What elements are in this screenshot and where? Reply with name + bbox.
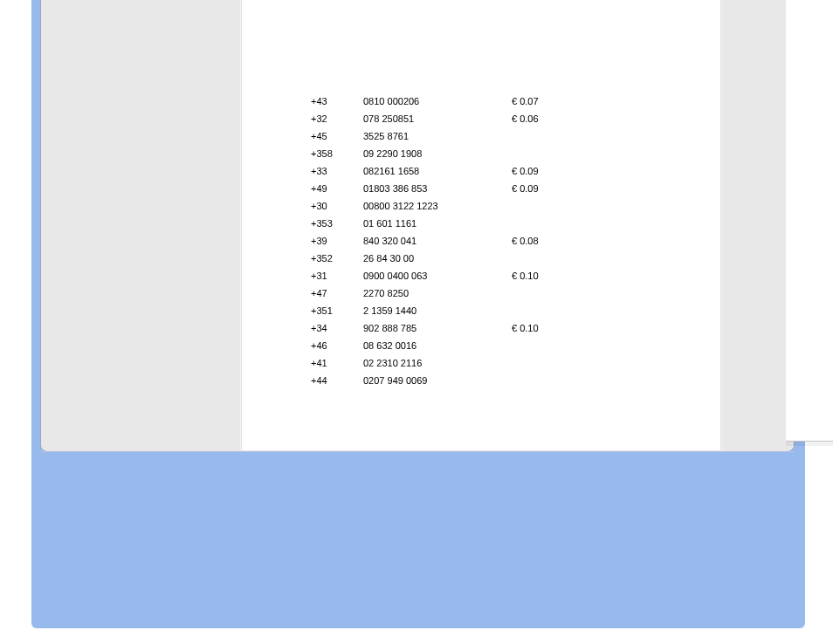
call-cost: € 0.09 (512, 180, 564, 197)
phone-number: 078 250851 (363, 110, 512, 127)
country-code: +44 (311, 372, 363, 389)
table-row: +33082161 1658€ 0.09 (311, 162, 564, 180)
phone-number: 0207 949 0069 (363, 372, 512, 389)
call-cost: € 0.10 (512, 319, 564, 337)
phone-number: 902 888 785 (363, 319, 512, 337)
country-code: +39 (311, 232, 363, 250)
country-code: +45 (311, 127, 363, 145)
call-cost: € 0.08 (512, 232, 564, 250)
table-row: +34902 888 785€ 0.10 (311, 319, 564, 337)
phone-number: 02 2310 2116 (363, 354, 512, 372)
table-row: +4102 2310 2116 (311, 354, 564, 372)
country-code: +33 (311, 162, 363, 180)
country-code: +353 (311, 215, 363, 232)
viewer-footer-divider (41, 451, 794, 452)
table-row: +4608 632 0016 (311, 337, 564, 354)
call-cost: € 0.06 (512, 110, 564, 127)
table-row: +4901803 386 853€ 0.09 (311, 180, 564, 197)
phone-number: 00800 3122 1223 (363, 197, 512, 215)
table-row: +3000800 3122 1223 (311, 197, 564, 215)
country-code: +41 (311, 354, 363, 372)
table-row: +310900 0400 063€ 0.10 (311, 267, 564, 284)
country-code: +31 (311, 267, 363, 284)
page-right-edge (720, 0, 722, 450)
table-row: +430810 000206€ 0.07 (311, 92, 564, 110)
phone-number: 840 320 041 (363, 232, 512, 250)
phone-number: 0810 000206 (363, 92, 512, 110)
country-code: +352 (311, 250, 363, 267)
table-row: +35226 84 30 00 (311, 250, 564, 267)
country-code: +32 (311, 110, 363, 127)
call-cost: € 0.07 (512, 92, 564, 110)
phone-number: 01 601 1161 (363, 215, 512, 232)
phone-number: 08 632 0016 (363, 337, 512, 354)
phone-number: 0900 0400 063 (363, 267, 512, 284)
table-row: +3512 1359 1440 (311, 302, 564, 319)
page-stack-shadow (786, 441, 833, 446)
phone-number: 01803 386 853 (363, 180, 512, 197)
country-code: +351 (311, 302, 363, 319)
country-code: +34 (311, 319, 363, 337)
country-code: +49 (311, 180, 363, 197)
country-code: +46 (311, 337, 363, 354)
phone-number: 26 84 30 00 (363, 250, 512, 267)
country-code: +358 (311, 145, 363, 162)
table-row: +32078 250851€ 0.06 (311, 110, 564, 127)
country-code: +30 (311, 197, 363, 215)
phone-number: 082161 1658 (363, 162, 512, 180)
phone-number: 09 2290 1908 (363, 145, 512, 162)
phone-number: 2270 8250 (363, 284, 512, 302)
phone-number: 2 1359 1440 (363, 302, 512, 319)
phone-number: 3525 8761 (363, 127, 512, 145)
call-cost: € 0.09 (512, 162, 564, 180)
table-row: +39840 320 041€ 0.08 (311, 232, 564, 250)
table-row: +453525 8761 (311, 127, 564, 145)
table-row: +472270 8250 (311, 284, 564, 302)
page-stack-edge (786, 0, 833, 442)
country-code: +47 (311, 284, 363, 302)
call-cost: € 0.10 (512, 267, 564, 284)
country-code: +43 (311, 92, 363, 110)
table-row: +440207 949 0069 (311, 372, 564, 389)
phone-cost-table: +430810 000206€ 0.07+32078 250851€ 0.06+… (311, 92, 564, 389)
table-row: +35301 601 1161 (311, 215, 564, 232)
table-row: +35809 2290 1908 (311, 145, 564, 162)
